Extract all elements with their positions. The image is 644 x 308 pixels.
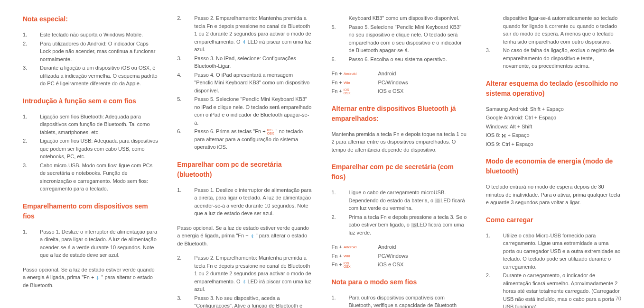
list-emparelhamento: 1.Passo 1. Deslize o interruptor de alim…: [23, 228, 158, 259]
list-item: Passo 5. Selecione "Penclic Mini Keyboar…: [194, 95, 312, 127]
bluetooth-icon: [250, 234, 254, 238]
list-item: Ligação sem fios Bluetooth: Adequada par…: [40, 113, 158, 136]
shortcut-line: Google Android: Ctrl + Espaço: [486, 114, 621, 122]
android-icon: Android: [344, 71, 357, 77]
list-item: Cabo micro-USB. Modo com fios: ligue com…: [40, 162, 158, 193]
shortcut-line: Samsung Android: Shift + Espaço: [486, 105, 621, 113]
list-item: Passo 6. Prima as teclas "Fn + iOSOSX " …: [194, 127, 312, 151]
page-columns: Nota especial: 1.Este teclado não suport…: [23, 14, 621, 308]
ios-osx-icon: iOSOSX: [344, 88, 351, 95]
ios-osx-icon: iOSOSX: [267, 128, 274, 135]
shortcut-line: iOS 9: Ctrl + Espaço: [486, 140, 621, 148]
list-carregar: 1.Utilize o cabo Micro-USB fornecido par…: [486, 232, 621, 308]
optional-step: Passo opcional. Se a luz de estado estiv…: [177, 224, 312, 248]
list-item: Keyboard KB3" como um dispositivo dispon…: [349, 14, 467, 22]
fn-value: PC/Windows: [378, 252, 467, 260]
heading-como-carregar: Como carregar: [486, 215, 621, 225]
list-item: Durante a ligação a um dispositivo iOS o…: [40, 64, 158, 88]
list-item: Para outros dispositivos compatíveis com…: [349, 294, 467, 308]
heading-emparelhar-fios: Emparelhar com pc de secretária (com fio…: [332, 162, 467, 182]
bluetooth-icon: [242, 40, 246, 44]
column-1: Nota especial: 1.Este teclado não suport…: [23, 14, 158, 308]
heading-nota-sem-fios: Nota para o modo sem fios: [332, 277, 467, 287]
heading-emparelhar-bluetooth: Emparelhar com pc de secretária (bluetoo…: [177, 160, 312, 180]
list-continued: Keyboard KB3" como um dispositivo dispon…: [332, 14, 467, 63]
list-item: Passo 3. No seu dispositivo, aceda a "Co…: [194, 294, 312, 308]
list-emparelhar-bt-2: 2.Passo 2. Emparelhamento: Mantenha prem…: [177, 254, 312, 308]
column-4: dispositivo ligar-se-á automaticamente a…: [486, 14, 621, 308]
heading-alternar: Alternar entre dispositivos Bluetooth já…: [332, 104, 467, 124]
android-icon: Android: [344, 245, 357, 250]
win-icon: Win: [344, 254, 350, 259]
list-item: Passo 6. Escolha o seu sistema operativo…: [349, 55, 467, 63]
heading-emparelhamento-sem-fios: Emparelhamento com disposi­tivos sem fio…: [23, 201, 158, 221]
bluetooth-icon: [242, 280, 246, 284]
win-icon: Win: [344, 80, 350, 86]
list-item: Passo 4. O iPad apresentará a mensagem "…: [194, 71, 312, 95]
fn-value: Android: [378, 243, 467, 251]
column-2: 2.Passo 2. Emparelhamento: Mantenha prem…: [177, 14, 312, 308]
list-com-fios: 1.Ligue o cabo de carregamento microUSB.…: [332, 189, 467, 236]
power-led-icon: [435, 199, 440, 203]
fn-value: iOS e OSX: [378, 261, 467, 269]
paragraph: Mantenha premida a tecla Fn e depois toq…: [332, 130, 467, 154]
heading-introducao: Introdução à função sem e com fios: [23, 96, 158, 106]
list-nota-sem-fios: 1.Para outros dispositivos compatíveis c…: [332, 294, 467, 308]
list-emparelhar-bt: 1.Passo 1. Deslize o interruptor de alim…: [177, 186, 312, 217]
optional-step: Passo opcional. Se a luz de estado estiv…: [23, 266, 158, 290]
column-3: Keyboard KB3" como um dispositivo dispon…: [332, 14, 467, 308]
list-item: Este teclado não suporta o Windows Mobil…: [40, 31, 158, 39]
list-introducao: 1.Ligação sem fios Bluetooth: Adequada p…: [23, 113, 158, 193]
list-item: Para utilizadores do Android: O indicado…: [40, 40, 158, 63]
list-continued: 2.Passo 2. Emparelhamento: Mantenha prem…: [177, 14, 312, 151]
list-item: dispositivo ligar-se-á automaticamente a…: [503, 14, 621, 45]
heading-nota-especial: Nota especial:: [23, 14, 158, 24]
list-item: Ligação com fios USB: Adequada para disp…: [40, 137, 158, 161]
list-item: Passo 3. No iPad, selecione: Configuraçõ…: [194, 54, 312, 70]
power-led-icon: [411, 223, 417, 227]
shortcut-line: Windows: Alt + Shift: [486, 123, 621, 131]
list-item: Prima a tecla Fn e depois pressione a te…: [349, 213, 467, 237]
fn-table: Fn + AndroidAndroid Fn + WinPC/Windows F…: [332, 243, 467, 269]
fn-value: Android: [378, 70, 467, 78]
list-item: Passo 1. Deslize o interruptor de alimen…: [194, 186, 312, 217]
list-nota-especial: 1.Este teclado não suporta o Windows Mob…: [23, 31, 158, 88]
fn-value: iOS e OSX: [378, 87, 467, 95]
heading-alterar-esquema: Alterar esquema do teclado (escolhido no…: [486, 79, 621, 99]
list-item: Durante o carregamento, o indicador de a…: [503, 272, 621, 308]
list-item: Passo 1. Deslize o interruptor de alimen…: [40, 228, 158, 259]
list-item: Passo 2. Emparelhamento: Mantenha premid…: [194, 14, 312, 54]
shortcut-line: iOS 8: + Espaço: [486, 131, 621, 139]
fn-table: Fn + AndroidAndroid Fn + WinPC/Windows F…: [332, 70, 467, 95]
paragraph: O teclado entrará no modo de espera depo…: [486, 183, 621, 207]
list-item: Ligue o cabo de carregamento microUSB. D…: [349, 189, 467, 212]
heading-economia-energia: Modo de economia de energia (modo de blu…: [486, 156, 621, 176]
list-item: No caso de falha da ligação, exclua o re…: [503, 46, 621, 70]
list-continued: dispositivo ligar-se-á automaticamente a…: [486, 14, 621, 70]
fn-value: PC/Windows: [378, 79, 467, 87]
list-item: Utilize o cabo Micro-USB fornecido para …: [503, 232, 621, 271]
list-item: Passo 5. Selecione "Penclic Mini Keyboar…: [349, 23, 467, 54]
list-item: Passo 2. Emparelhamento: Mantenha premid…: [194, 254, 312, 293]
ios-osx-icon: iOSOSX: [344, 262, 351, 268]
page-number: 70: [616, 295, 621, 303]
